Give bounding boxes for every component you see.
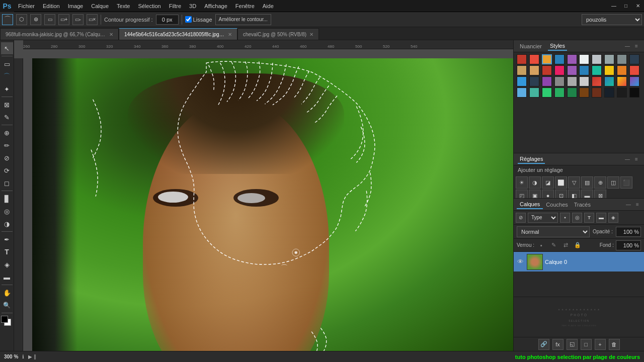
nuancier-tab[interactable]: Nuancier xyxy=(518,42,544,50)
menu-edition[interactable]: Edition xyxy=(39,0,64,12)
opacity-input[interactable] xyxy=(616,227,641,237)
crop-tool-button[interactable]: ⊠ xyxy=(1,99,13,111)
feather-input[interactable] xyxy=(156,15,179,25)
maximize-button[interactable]: □ xyxy=(620,0,632,12)
layers-menu-icon[interactable]: ≡ xyxy=(634,201,641,208)
swatch-item[interactable] xyxy=(542,87,552,98)
swatch-item[interactable] xyxy=(542,54,552,64)
swatch-item[interactable] xyxy=(592,65,602,75)
new-layer-button[interactable]: + xyxy=(595,339,606,350)
tool-magnetic-lasso-icon[interactable]: ⊛ xyxy=(30,14,41,25)
swatch-item[interactable] xyxy=(554,87,565,98)
swatch-item[interactable] xyxy=(567,54,577,64)
select-subtract-icon[interactable]: ▭- xyxy=(72,14,84,25)
filter-adjust-icon[interactable]: ◎ xyxy=(572,213,582,223)
tool-lasso-icon[interactable]: ⌒ xyxy=(2,14,13,25)
swatch-item[interactable] xyxy=(604,76,614,86)
swatch-item[interactable] xyxy=(579,76,589,86)
swatch-item[interactable] xyxy=(579,65,589,75)
reglages-tab[interactable]: Réglages xyxy=(518,155,545,164)
shape-tool-button[interactable]: ▬ xyxy=(1,271,13,283)
delete-layer-button[interactable]: 🗑 xyxy=(609,339,620,350)
filter-shape-icon[interactable]: ▬ xyxy=(596,213,606,223)
colorbal-adj-btn[interactable]: ⊕ xyxy=(594,176,606,189)
filter-smart-icon[interactable]: ◈ xyxy=(608,213,618,223)
tool-poly-lasso-icon[interactable]: ⬡ xyxy=(16,14,27,25)
invert-adj-btn[interactable]: ● xyxy=(542,190,554,199)
photo-adj-btn[interactable]: ⬛ xyxy=(620,176,632,189)
swatch-item[interactable] xyxy=(554,54,565,64)
swatch-item[interactable] xyxy=(629,76,639,86)
swatch-item[interactable] xyxy=(579,54,589,64)
traces-tab[interactable]: Tracés xyxy=(571,201,594,209)
swatch-item[interactable] xyxy=(629,54,639,64)
adj-menu-icon[interactable]: ≡ xyxy=(633,156,640,163)
threshold-adj-btn[interactable]: ◧ xyxy=(568,190,580,199)
tab-1-close[interactable]: ✕ xyxy=(109,32,113,37)
swatch-item[interactable] xyxy=(617,87,627,98)
swatch-item[interactable] xyxy=(617,65,627,75)
menu-aide[interactable]: Aide xyxy=(259,0,278,12)
link-layers-button[interactable]: 🔗 xyxy=(538,339,549,350)
styles-tab[interactable]: Styles xyxy=(548,42,567,51)
swatch-item[interactable] xyxy=(554,76,565,86)
menu-affichage[interactable]: Affichage xyxy=(200,0,231,12)
hsl-adj-btn[interactable]: ▤ xyxy=(581,176,593,189)
rect-select-tool-button[interactable]: ▭ xyxy=(1,58,13,70)
magic-wand-tool-button[interactable]: ✦ xyxy=(1,83,13,95)
menu-calque[interactable]: Calque xyxy=(87,0,113,12)
pen-tool-button[interactable]: ✒ xyxy=(1,233,13,245)
color-picker[interactable] xyxy=(1,316,13,330)
panel-minimize-icon[interactable]: — xyxy=(624,43,631,50)
info-icon[interactable]: ℹ xyxy=(22,354,24,359)
swatch-item[interactable] xyxy=(567,76,577,86)
swatch-item[interactable] xyxy=(542,65,552,75)
add-style-button[interactable]: fx xyxy=(552,339,564,350)
swatch-item[interactable] xyxy=(529,54,539,64)
swatch-item[interactable] xyxy=(604,87,614,98)
smooth-checkbox[interactable]: Lissage xyxy=(185,16,212,23)
exposure-adj-btn[interactable]: ⬜ xyxy=(555,176,567,189)
heal-tool-button[interactable]: ⊕ xyxy=(1,127,13,139)
posterize-adj-btn[interactable]: ⊡ xyxy=(555,190,567,199)
smooth-checkbox-input[interactable] xyxy=(185,16,192,23)
swatch-item[interactable] xyxy=(554,65,565,75)
layer-row-0[interactable]: 👁 Calque 0 xyxy=(514,252,644,272)
swatch-item[interactable] xyxy=(542,76,552,86)
select-new-icon[interactable]: ▭ xyxy=(44,14,55,25)
swatch-item[interactable] xyxy=(529,65,539,75)
clone-tool-button[interactable]: ⊘ xyxy=(1,152,13,164)
swatch-item[interactable] xyxy=(567,65,577,75)
swatch-item[interactable] xyxy=(617,54,627,64)
swatch-item[interactable] xyxy=(579,87,589,98)
swatch-item[interactable] xyxy=(567,87,577,98)
levels-adj-btn[interactable]: ◑ xyxy=(529,176,541,189)
blur-tool-button[interactable]: ◎ xyxy=(1,205,13,217)
path-select-tool-button[interactable]: ◈ xyxy=(1,258,13,270)
menu-image[interactable]: Image xyxy=(64,0,88,12)
menu-3d[interactable]: 3D xyxy=(185,0,200,12)
bw-adj-btn[interactable]: ◫ xyxy=(607,176,619,189)
improve-contour-button[interactable]: Améliorer le contour... xyxy=(215,14,271,25)
swatch-item[interactable] xyxy=(604,65,614,75)
eraser-tool-button[interactable]: ◻ xyxy=(1,177,13,189)
swatch-item[interactable] xyxy=(617,76,627,86)
foreground-color[interactable] xyxy=(1,316,8,323)
swatch-item[interactable] xyxy=(592,54,602,64)
vibrance-adj-btn[interactable]: ▽ xyxy=(568,176,580,189)
brush-tool-button[interactable]: ✏ xyxy=(1,139,13,151)
swatch-item[interactable] xyxy=(629,65,639,75)
minimize-button[interactable]: — xyxy=(608,0,620,12)
swatch-item[interactable] xyxy=(517,65,527,75)
menu-filtre[interactable]: Filtre xyxy=(165,0,185,12)
layers-minimize-icon[interactable]: — xyxy=(625,201,632,208)
swatch-item[interactable] xyxy=(629,87,639,98)
lock-all-icon[interactable]: 🔒 xyxy=(573,240,583,250)
lock-pixel-icon[interactable]: ▪ xyxy=(536,240,546,250)
menu-selection[interactable]: Sélection xyxy=(134,0,165,12)
lock-position-icon[interactable]: ✎ xyxy=(548,240,558,250)
text-tool-button[interactable]: T xyxy=(1,246,13,258)
new-group-button[interactable]: □ xyxy=(581,339,592,350)
select-add-icon[interactable]: ▭+ xyxy=(58,14,69,25)
blend-mode-select[interactable]: Normal Dissoudre Obscurcir Produit Eclai… xyxy=(517,226,590,237)
